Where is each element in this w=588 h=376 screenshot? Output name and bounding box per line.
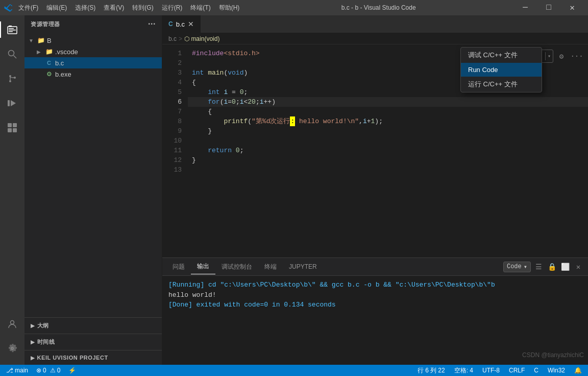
spaces-item[interactable]: 空格: 4 [452, 365, 475, 376]
menu-terminal[interactable]: 终端(T) [186, 2, 214, 14]
breadcrumb-symbol[interactable]: ⬡ main(void) [184, 35, 219, 42]
panel-tab-terminal[interactable]: 终端 [258, 260, 283, 274]
ln-1: 1 [162, 49, 182, 58]
language-label: C [534, 367, 538, 374]
breadcrumb: b.c > ⬡ main(void) [162, 33, 588, 44]
tree-item-bc[interactable]: C b.c [24, 57, 162, 68]
panel-close-icon[interactable]: ✕ [573, 261, 584, 272]
svg-point-8 [9, 80, 11, 82]
panel-right-controls: Code ▾ ☰ 🔒 ⬜ ✕ [503, 261, 584, 272]
context-menu-run[interactable]: Run Code [461, 63, 542, 77]
outline-arrow-icon: ▶ [31, 323, 35, 328]
folder-icon: 📁 [37, 36, 45, 44]
menu-help[interactable]: 帮助(H) [215, 2, 244, 14]
code-line-12: } [188, 155, 588, 165]
minimize-button[interactable]: ─ [513, 0, 537, 15]
panel-tab-debug[interactable]: 调试控制台 [215, 260, 258, 274]
settings-button[interactable]: ⚙ [554, 50, 569, 62]
tree-root-folder[interactable]: ▼ 📁 B [24, 35, 162, 46]
menu-goto[interactable]: 转到(G) [128, 2, 157, 14]
svg-line-6 [14, 56, 17, 59]
terminal-running-line: [Running] cd "c:\Users\PC\Desktop\b\" &&… [168, 280, 582, 290]
status-bar: ⎇ main ⊗ 0 ⚠ 0 ⚡ 行 6 列 22 空格: 4 UTF-8 CR… [0, 365, 588, 376]
panel-tab-output[interactable]: 输出 [191, 259, 215, 274]
outline-label: 大纲 [37, 322, 49, 330]
code-line-7: { [188, 107, 588, 116]
activity-debug-icon[interactable] [0, 91, 24, 115]
window-controls: ─ □ ✕ [513, 0, 584, 15]
warning-count: 0 [57, 367, 61, 374]
vscode-folder-icon: 📁 [45, 48, 53, 56]
menu-run[interactable]: 运行(R) [158, 2, 187, 14]
tree-item-vscode[interactable]: ▶ 📁 .vscode [24, 46, 162, 57]
menu-select[interactable]: 选择(S) [71, 2, 100, 14]
svg-point-5 [9, 51, 14, 56]
encoding-item[interactable]: UTF-8 [480, 365, 502, 376]
keil-label: KEIL UVISION PROJECT [37, 355, 108, 361]
sidebar-outline-section: ▶ 大纲 [24, 317, 162, 334]
menu-file[interactable]: 文件(F) [14, 2, 42, 14]
panel-tab-problems[interactable]: 问题 [166, 260, 191, 274]
maximize-button[interactable]: □ [537, 0, 560, 15]
breadcrumb-symbol-text: main(void) [191, 35, 219, 42]
platform-item[interactable]: Win32 [546, 365, 567, 376]
svg-rect-3 [9, 30, 16, 31]
keil-header[interactable]: ▶ KEIL UVISION PROJECT [24, 353, 162, 363]
panel-tabs: 问题 输出 调试控制台 终端 JUPYTER Code ▾ ☰ 🔒 ⬜ ✕ [162, 258, 588, 276]
tree-item-bexe[interactable]: ⚙ b.exe [24, 68, 162, 80]
bc-file-label: b.c [55, 59, 64, 67]
errors-item[interactable]: ⊗ 0 ⚠ 0 [34, 365, 62, 376]
activity-search-icon[interactable] [0, 42, 24, 66]
titlebar: 文件(F) 编辑(E) 选择(S) 查看(V) 转到(G) 运行(R) 终端(T… [0, 0, 588, 15]
notifications-item[interactable]: 🔔 [572, 365, 584, 376]
bexe-file-label: b.exe [55, 70, 71, 78]
output-source-dropdown[interactable]: Code ▾ [503, 262, 531, 272]
svg-rect-13 [8, 123, 12, 127]
sidebar-more-button[interactable]: ··· [148, 19, 156, 29]
more-actions-button[interactable]: ··· [570, 50, 584, 62]
activity-explorer-icon[interactable] [0, 17, 24, 42]
breadcrumb-file[interactable]: b.c [168, 35, 177, 42]
panel-lock-icon[interactable]: 🔒 [546, 261, 557, 272]
code-line-13 [188, 165, 588, 175]
ln-6: 6 [162, 97, 182, 107]
timeline-header[interactable]: ▶ 时间线 [24, 336, 162, 348]
activity-account-icon[interactable] [0, 312, 24, 336]
outline-header[interactable]: ▶ 大纲 [24, 320, 162, 332]
context-menu-run-cpp[interactable]: 运行 C/C++ 文件 [461, 77, 542, 92]
sidebar-header: 资源管理器 ··· [24, 15, 162, 33]
row-col-item[interactable]: 行 6 列 22 [415, 365, 447, 376]
col-label: 列 22 [430, 366, 445, 375]
panel-area: 问题 输出 调试控制台 终端 JUPYTER Code ▾ ☰ 🔒 ⬜ ✕ [R… [162, 257, 588, 365]
error-icon: ⊗ [36, 367, 41, 374]
titlebar-menu: 文件(F) 编辑(E) 选择(S) 查看(V) 转到(G) 运行(R) 终端(T… [14, 2, 243, 14]
window-title: b.c - b - Visual Studio Code [243, 4, 513, 11]
line-numbers: 1 2 3 4 5 6 7 8 9 10 11 12 13 [162, 44, 188, 257]
language-item[interactable]: C [532, 365, 541, 376]
run-dropdown-button[interactable]: ▾ [545, 52, 553, 60]
context-menu-debug[interactable]: 调试 C/C++ 文件 [461, 48, 542, 63]
menu-edit[interactable]: 编辑(E) [42, 2, 71, 14]
c-file-icon: C [45, 59, 53, 67]
activity-settings-icon[interactable] [0, 336, 24, 361]
activity-extensions-icon[interactable] [0, 115, 24, 140]
context-menu: 调试 C/C++ 文件 Run Code 运行 C/C++ 文件 [460, 47, 542, 92]
root-folder-label: B [47, 37, 52, 44]
close-button[interactable]: ✕ [560, 0, 584, 15]
menu-view[interactable]: 查看(V) [100, 2, 128, 14]
tab-close-icon[interactable]: ✕ [188, 20, 194, 28]
run-icon-status[interactable]: ⚡ [66, 365, 78, 376]
tab-bc[interactable]: C b.c ✕ [162, 15, 201, 33]
ln-7: 7 [162, 107, 182, 116]
activity-git-icon[interactable] [0, 66, 24, 91]
line-ending-item[interactable]: CRLF [507, 365, 527, 376]
timeline-label: 时间线 [37, 338, 55, 346]
file-tree: ▼ 📁 B ▶ 📁 .vscode C b.c ⚙ b.exe [24, 33, 162, 317]
git-branch-item[interactable]: ⎇ main [4, 365, 30, 376]
tab-bc-label: b.c [176, 20, 185, 28]
panel-list-icon[interactable]: ☰ [533, 261, 544, 272]
panel-maximize-icon[interactable]: ⬜ [559, 261, 571, 272]
bell-icon: 🔔 [574, 367, 582, 374]
ln-10: 10 [162, 136, 182, 146]
panel-tab-jupyter[interactable]: JUPYTER [283, 260, 323, 273]
